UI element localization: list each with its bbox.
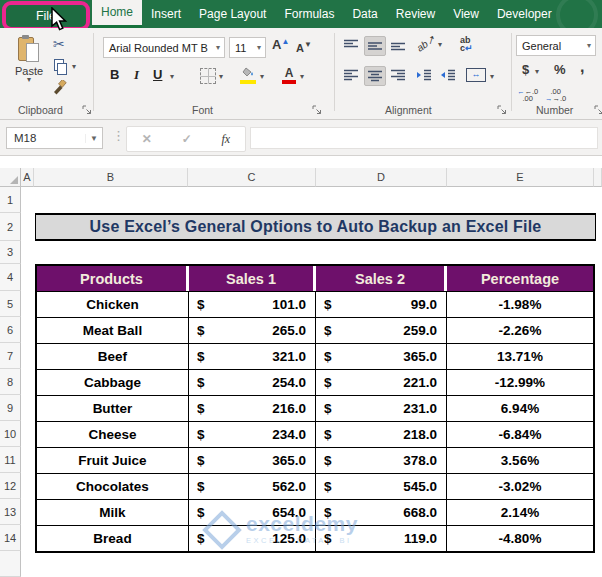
paste-dropdown-icon[interactable]: ▾ (8, 77, 50, 83)
tab-home[interactable]: Home (92, 0, 142, 28)
percent-format-button[interactable]: % (554, 62, 566, 77)
cell-sales2[interactable]: $259.0 (316, 317, 447, 343)
format-painter-button[interactable] (52, 80, 67, 98)
cell-product[interactable]: Meat Ball (37, 317, 189, 343)
align-center-button[interactable] (364, 66, 386, 86)
cell-sales1[interactable]: $562.0 (189, 473, 316, 499)
row-header-12[interactable]: 12 (0, 473, 21, 499)
cell-sales1[interactable]: $101.0 (189, 291, 316, 317)
tab-review[interactable]: Review (387, 0, 444, 28)
column-header-D[interactable]: D (316, 168, 447, 187)
font-dialog-launcher-icon[interactable] (312, 105, 322, 115)
cell-sales1[interactable]: $216.0 (189, 395, 316, 421)
orientation-button[interactable]: ab↗ (415, 33, 437, 53)
merge-center-button[interactable]: ↔ (466, 68, 486, 82)
column-header-B[interactable]: B (34, 168, 188, 187)
row-header-9[interactable]: 9 (0, 395, 21, 421)
fill-color-button[interactable] (240, 67, 256, 84)
cell-sales1[interactable]: $234.0 (189, 421, 316, 447)
italic-button[interactable]: I (134, 67, 139, 83)
increase-indent-button[interactable] (438, 66, 458, 84)
cell-percentage[interactable]: -4.80% (447, 525, 593, 551)
borders-button[interactable] (200, 68, 216, 84)
cell-percentage[interactable]: -12.99% (447, 369, 593, 395)
cancel-button[interactable]: ✕ (142, 132, 152, 146)
column-header-A[interactable]: A (21, 168, 34, 187)
cell-sales2[interactable]: $365.0 (316, 343, 447, 369)
copy-dropdown-icon[interactable]: ▾ (72, 64, 76, 70)
bold-button[interactable]: B (110, 67, 119, 82)
cell-product[interactable]: Chicken (37, 291, 189, 317)
row-header-partial[interactable] (0, 551, 21, 577)
row-header-3[interactable]: 3 (0, 241, 21, 264)
decrease-decimal-button[interactable]: .00 →→.0 (545, 88, 566, 102)
row-header-2[interactable]: 2 (0, 213, 21, 241)
align-top-button[interactable] (341, 36, 361, 54)
row-header-6[interactable]: 6 (0, 317, 21, 343)
row-header-1[interactable]: 1 (0, 187, 21, 213)
copy-button[interactable] (54, 59, 67, 74)
underline-button[interactable]: U (153, 67, 162, 82)
cell-product[interactable]: Bread (37, 525, 189, 551)
sheet-title-cell[interactable]: Use Excel’s General Options to Auto Back… (35, 213, 596, 241)
paste-button[interactable]: Paste ▾ (8, 36, 50, 83)
font-name-combobox[interactable]: Arial Rounded MT B▾ (103, 37, 225, 58)
cell-sales1[interactable]: $321.0 (189, 343, 316, 369)
column-header-partial[interactable] (594, 168, 602, 187)
cell-sales1[interactable]: $265.0 (189, 317, 316, 343)
cell-sales1[interactable]: $125.0 (189, 525, 316, 551)
increase-decimal-button[interactable]: ←←.0 .00 (517, 88, 538, 102)
cell-product[interactable]: Beef (37, 343, 189, 369)
shrink-font-button[interactable]: A▼ (296, 40, 312, 54)
decrease-indent-button[interactable] (414, 66, 434, 84)
cell-percentage[interactable]: -2.26% (447, 317, 593, 343)
row-header-13[interactable]: 13 (0, 499, 21, 525)
grow-font-button[interactable]: A▲ (272, 37, 289, 52)
cell-percentage[interactable]: -3.02% (447, 473, 593, 499)
align-middle-button[interactable] (364, 36, 386, 56)
fill-color-dropdown-icon[interactable]: ▾ (260, 74, 264, 80)
cell-sales2[interactable]: $99.0 (316, 291, 447, 317)
tab-data[interactable]: Data (343, 0, 386, 28)
wrap-text-button[interactable]: ab c↵ (460, 36, 473, 52)
font-size-combobox[interactable]: 11▾ (229, 37, 266, 58)
table-header-percentage[interactable]: Percentage (447, 266, 593, 291)
cell-product[interactable]: Cabbage (37, 369, 189, 395)
cell-product[interactable]: Butter (37, 395, 189, 421)
cell-percentage[interactable]: 3.56% (447, 447, 593, 473)
row-header-10[interactable]: 10 (0, 421, 21, 447)
row-header-5[interactable]: 5 (0, 291, 21, 317)
comma-format-button[interactable]: , (580, 58, 584, 76)
number-format-dropdown-icon[interactable]: ▾ (583, 41, 595, 50)
column-header-C[interactable]: C (188, 168, 316, 187)
borders-dropdown-icon[interactable]: ▾ (219, 74, 223, 80)
font-color-button[interactable]: A (282, 66, 296, 84)
row-header-11[interactable]: 11 (0, 447, 21, 473)
number-format-combobox[interactable]: General▾ (516, 35, 596, 56)
formula-input[interactable] (250, 127, 598, 149)
font-name-dropdown-icon[interactable]: ▾ (212, 43, 224, 52)
cell-percentage[interactable]: -6.84% (447, 421, 593, 447)
align-bottom-button[interactable] (388, 36, 408, 54)
cell-percentage[interactable]: 13.71% (447, 343, 593, 369)
formula-bar-grip[interactable]: ⋮ (112, 128, 123, 143)
table-header-products[interactable]: Products (37, 266, 189, 291)
cell-product[interactable]: Milk (37, 499, 189, 525)
alignment-dialog-launcher-icon[interactable] (497, 105, 507, 115)
underline-dropdown-icon[interactable]: ▾ (170, 74, 174, 80)
cell-sales2[interactable]: $378.0 (316, 447, 447, 473)
insert-function-button[interactable]: fx (221, 132, 230, 147)
table-header-sales1[interactable]: Sales 1 (189, 266, 316, 291)
name-box-dropdown-icon[interactable]: ▼ (85, 134, 102, 143)
select-all-corner[interactable] (0, 168, 21, 187)
row-header-8[interactable]: 8 (0, 369, 21, 395)
row-header-14[interactable]: 14 (0, 525, 21, 551)
font-size-dropdown-icon[interactable]: ▾ (253, 43, 265, 52)
enter-button[interactable]: ✓ (182, 132, 192, 146)
currency-dropdown-icon[interactable]: ▾ (535, 69, 539, 75)
currency-format-button[interactable]: $ (522, 62, 529, 77)
number-dialog-launcher-icon[interactable] (594, 105, 602, 115)
cell-sales2[interactable]: $119.0 (316, 525, 447, 551)
row-header-7[interactable]: 7 (0, 343, 21, 369)
font-color-dropdown-icon[interactable]: ▾ (300, 74, 304, 80)
